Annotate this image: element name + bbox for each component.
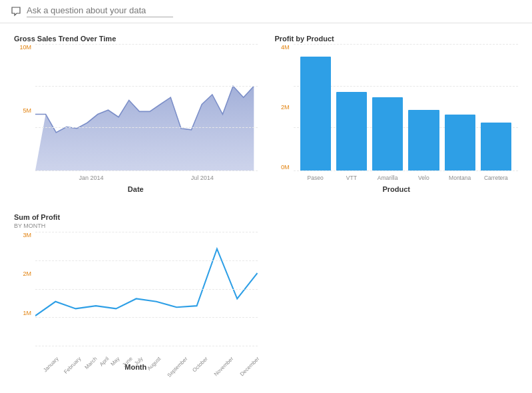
ask-question-input[interactable]	[27, 5, 173, 17]
bar-carretera-rect	[481, 123, 511, 171]
gross-sales-x-axis: Jan 2014 Jul 2014	[35, 172, 258, 184]
charts-grid: Gross Sales Trend Over Time 10M 5M	[0, 23, 532, 391]
bar-vtt-rect	[336, 92, 367, 171]
bar-x-axis: Paseo VTT Amarilla Velo Montana Carreter…	[294, 172, 519, 184]
top-bar	[0, 0, 532, 23]
bar-label-velo: Velo	[408, 175, 439, 181]
bar-grid-bottom	[294, 171, 519, 171]
bar-area	[294, 44, 519, 171]
line-grid-top	[35, 232, 258, 232]
x-label-jan2014: Jan 2014	[79, 175, 104, 181]
bar-carretera	[481, 44, 511, 171]
line-chart-container: 3M 2M 1M January February March	[14, 232, 258, 362]
bar-montana	[445, 44, 475, 171]
profit-by-product-chart: Profit by Product 4M 2M 0M	[266, 29, 527, 207]
bar-vtt	[336, 44, 367, 171]
bar-velo	[408, 44, 439, 171]
bar-paseo	[300, 44, 331, 171]
y-label-10m: 10M	[14, 44, 31, 51]
gross-sales-y-axis: 10M 5M	[14, 44, 33, 171]
bar-amarilla-rect	[372, 97, 403, 171]
month-labels: January February March April May June Ju…	[35, 346, 258, 362]
empty-cell	[266, 207, 527, 386]
line-grid-q3	[35, 317, 258, 318]
bar-velo-rect	[408, 110, 439, 171]
grid-line-bottom	[35, 171, 258, 171]
area-fill	[35, 86, 254, 171]
profit-by-product-title: Profit by Product	[275, 35, 519, 43]
gross-sales-title: Gross Sales Trend Over Time	[14, 35, 258, 43]
profit-line	[35, 249, 258, 316]
bar-label-amarilla: Amarilla	[372, 175, 403, 181]
line-y-axis: 3M 2M 1M	[14, 232, 33, 348]
sum-of-profit-chart: Sum of Profit BY MONTH 3M 2M 1M	[5, 207, 266, 386]
bar-y-0m: 0M	[275, 164, 290, 171]
gross-sales-chart: Gross Sales Trend Over Time 10M 5M	[5, 29, 266, 207]
gross-sales-area	[35, 44, 258, 171]
bar-label-carretera: Carretera	[481, 175, 511, 181]
line-chart-area	[35, 232, 258, 346]
gross-sales-x-label: Date	[14, 185, 258, 193]
bar-amarilla	[372, 44, 403, 171]
x-label-jul2014: Jul 2014	[191, 175, 214, 181]
area-chart-container: 10M 5M	[14, 44, 258, 184]
profit-by-product-x-label: Product	[275, 185, 519, 193]
area-svg	[35, 44, 258, 171]
grid-line-mid1	[35, 86, 258, 87]
sum-of-profit-title: Sum of Profit	[14, 213, 258, 221]
line-grid-mid	[35, 289, 258, 290]
line-y-3m: 3M	[14, 232, 31, 238]
bar-y-4m: 4M	[275, 44, 290, 51]
chat-icon	[11, 6, 21, 17]
bar-paseo-rect	[300, 57, 331, 171]
line-y-1m: 1M	[14, 310, 31, 316]
grid-line-mid2	[35, 127, 258, 128]
bar-label-vtt: VTT	[336, 175, 367, 181]
bar-y-2m: 2M	[275, 104, 290, 111]
bar-montana-rect	[445, 115, 475, 171]
grid-line-top	[35, 44, 258, 45]
sum-of-profit-subtitle: BY MONTH	[14, 222, 258, 229]
bar-chart-container: 4M 2M 0M	[275, 44, 519, 184]
line-grid-q1	[35, 260, 258, 261]
bar-y-axis: 4M 2M 0M	[275, 44, 291, 171]
line-y-2m: 2M	[14, 270, 31, 277]
bar-label-montana: Montana	[445, 175, 475, 181]
y-label-5m: 5M	[14, 107, 31, 114]
bar-label-paseo: Paseo	[300, 175, 331, 181]
